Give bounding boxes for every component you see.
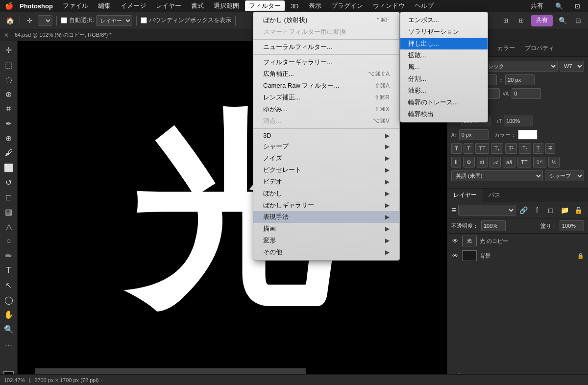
filter-item-video[interactable]: ビデオ ▶: [253, 176, 399, 188]
quick-select-tool[interactable]: ⊛: [2, 87, 16, 101]
dodge-tool[interactable]: ○: [2, 234, 16, 248]
filter-item-other[interactable]: その他 ▶: [253, 246, 399, 258]
hand-tool[interactable]: ✋: [2, 308, 16, 321]
share-button[interactable]: 共有: [527, 0, 547, 11]
layer-mask-icon[interactable]: ◻: [545, 204, 557, 216]
scale-v-input[interactable]: [504, 116, 533, 126]
apple-menu[interactable]: 🍎: [4, 1, 14, 11]
strike-btn[interactable]: T: [545, 143, 556, 154]
home-btn[interactable]: 🏠: [4, 15, 16, 26]
menu-select[interactable]: 選択範囲: [210, 0, 243, 11]
layer-visibility-bg[interactable]: 👁: [451, 252, 459, 260]
filter-item-render[interactable]: 描画 ▶: [253, 223, 399, 235]
shape-tool[interactable]: ◯: [2, 293, 16, 307]
layer-link-icon[interactable]: 🔗: [517, 204, 529, 216]
lasso-tool[interactable]: ◌: [2, 72, 16, 86]
menu-filter[interactable]: フィルター: [245, 0, 285, 11]
filter-item-gallery[interactable]: フィルターギャラリー...: [253, 56, 399, 68]
smallcaps-btn[interactable]: Tₛ: [491, 143, 503, 154]
layer-select[interactable]: レイヤー: [96, 15, 132, 26]
tab-properties[interactable]: プロパティ: [520, 41, 559, 56]
horizontal-scrollbar[interactable]: [35, 368, 306, 374]
antialias-select[interactable]: シャープ: [545, 170, 584, 181]
layer-item-copy[interactable]: 👁 光 光 のコピー: [447, 234, 588, 248]
tab-color[interactable]: カラー: [492, 41, 520, 56]
submenu-emboss[interactable]: エンボス...: [400, 14, 488, 26]
menu-edit[interactable]: 編集: [94, 0, 115, 11]
menu-plugin[interactable]: プラグイン: [327, 0, 367, 11]
bold-btn[interactable]: T: [451, 143, 462, 154]
submenu-findedge[interactable]: 輪郭検出: [400, 108, 488, 120]
brush-tool[interactable]: 🖌: [2, 146, 16, 160]
ordinal-btn[interactable]: TT: [517, 157, 531, 168]
oldstyle-btn[interactable]: ⚙: [463, 157, 475, 168]
move-tool-btn[interactable]: ✛: [24, 15, 36, 26]
auto-select-checkbox[interactable]: [61, 17, 67, 24]
italic-btn[interactable]: T: [464, 143, 474, 154]
filter-item-wideangle[interactable]: 広角補正... ⌥⌘⇧A: [253, 68, 399, 80]
submenu-diffuse[interactable]: 拡散...: [400, 49, 488, 61]
path-select-tool[interactable]: ↖: [2, 278, 16, 292]
tracking-input[interactable]: [512, 88, 541, 99]
baseline-input[interactable]: [459, 129, 489, 140]
eraser-tool[interactable]: ◻: [2, 190, 16, 204]
align-right-btn[interactable]: ⊞: [515, 15, 527, 26]
menu-3d[interactable]: 3D: [287, 1, 303, 11]
filter-item-liquify[interactable]: ゆがみ... ⇧⌘X: [253, 103, 399, 115]
layer-lock-icon[interactable]: 🔒: [572, 204, 584, 216]
underline-btn[interactable]: T: [533, 143, 543, 154]
swash-btn[interactable]: st: [477, 157, 488, 168]
layer-effect-icon[interactable]: f: [531, 204, 543, 216]
menu-view[interactable]: 表示: [305, 0, 325, 11]
fi-btn[interactable]: fi: [451, 157, 461, 168]
filter-item-neural[interactable]: ニューラルフィルター...: [253, 41, 399, 53]
blur-tool[interactable]: △: [2, 219, 16, 233]
crop-tool[interactable]: ⌗: [2, 102, 16, 116]
sub-btn[interactable]: T₁: [519, 143, 531, 154]
heal-tool[interactable]: ⊕: [2, 131, 16, 145]
pen-tool[interactable]: ✏: [2, 249, 16, 263]
color-swatch[interactable]: [518, 130, 538, 140]
share-right-btn[interactable]: 共有: [531, 15, 553, 26]
filter-item-blur[interactable]: ぼかし ▶: [253, 188, 399, 199]
filter-item-pixelate[interactable]: ピクセレート ▶: [253, 164, 399, 176]
select-tool[interactable]: ⬚: [2, 58, 16, 72]
filter-item-blur-gallery[interactable]: ぼかしギャラリー ▶: [253, 199, 399, 211]
font-weight-select[interactable]: W7: [560, 61, 584, 72]
close-tab-icon[interactable]: ✕: [4, 32, 9, 39]
submenu-oilpaint[interactable]: 油彩...: [400, 85, 488, 96]
layer-filter-select[interactable]: [458, 205, 515, 216]
tab-paths[interactable]: パス: [483, 189, 506, 202]
titling-btn[interactable]: aā: [503, 157, 515, 168]
filter-item-3d[interactable]: 3D ▶: [253, 130, 399, 141]
menu-window[interactable]: ウィンドウ: [369, 0, 409, 11]
zoom-tool[interactable]: 🔍: [2, 322, 16, 336]
menu-type[interactable]: 書式: [187, 0, 208, 11]
submenu-wind[interactable]: 風...: [400, 61, 488, 73]
opacity-input[interactable]: [481, 220, 506, 231]
align-select[interactable]: [38, 15, 52, 26]
language-select[interactable]: 英語 (米国): [451, 170, 543, 181]
more-tools[interactable]: …: [2, 337, 16, 351]
stamp-tool[interactable]: ⬜: [2, 161, 16, 174]
submenu-extrude[interactable]: 押し出し...: [400, 38, 488, 49]
filter-item-vanishing[interactable]: 消点... ⌥⌘V: [253, 115, 399, 127]
fill-input[interactable]: [560, 220, 584, 231]
layer-visibility-copy[interactable]: 👁: [451, 237, 459, 245]
align-left-btn[interactable]: ⊞: [500, 15, 512, 26]
search-right-btn[interactable]: 🔍: [557, 15, 568, 26]
eyedropper-tool[interactable]: ✒: [2, 117, 16, 130]
filter-item-stylize[interactable]: 表現手法 ▶: [253, 211, 399, 223]
move-tool[interactable]: ✛: [2, 43, 16, 57]
filter-item-noise[interactable]: ノイズ ▶: [253, 152, 399, 164]
allcaps-btn[interactable]: TT: [475, 143, 489, 154]
filter-item-camera-raw[interactable]: Camera Raw フィルター... ⇧⌘A: [253, 80, 399, 92]
tab-layers[interactable]: レイヤー: [447, 189, 483, 202]
filter-item-distort[interactable]: 変形 ▶: [253, 235, 399, 246]
app-menu-photoshop[interactable]: Photoshop: [16, 1, 57, 11]
filter-item-bokashi-radial[interactable]: ぼかし (放射状) ⌃⌘F: [253, 14, 399, 26]
layer-item-bg[interactable]: 👁 背景 🔒: [447, 248, 588, 263]
document-tab[interactable]: 64.psd @ 102% (光 のコピー, RGB/8*) *: [11, 30, 116, 40]
submenu-traceedge[interactable]: 輪郭のトレース...: [400, 96, 488, 108]
layer-folder-icon[interactable]: 📁: [559, 204, 570, 216]
